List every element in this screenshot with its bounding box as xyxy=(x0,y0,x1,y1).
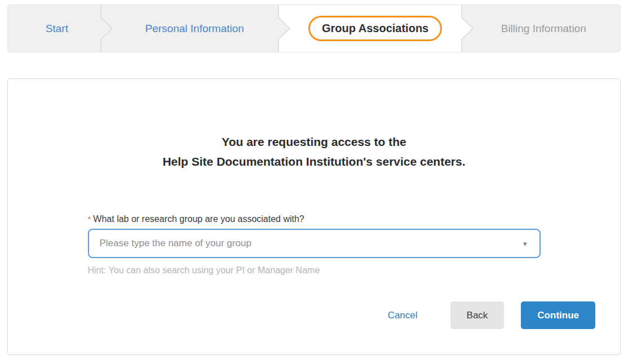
chevron-down-icon: ▾ xyxy=(523,240,527,247)
active-step-highlight: Group Associations xyxy=(308,16,442,41)
step-label: Billing Information xyxy=(501,23,586,35)
continue-button[interactable]: Continue xyxy=(521,301,595,329)
step-label: Personal Information xyxy=(145,23,244,35)
search-hint-text: Hint: You can also search using your PI … xyxy=(88,265,541,276)
page-title-line2: Help Site Documentation Institution's se… xyxy=(8,152,620,171)
group-association-form: *What lab or research group are you asso… xyxy=(88,214,541,276)
required-asterisk: * xyxy=(88,214,91,224)
step-billing-information: Billing Information xyxy=(467,5,620,52)
form-actions: Cancel Back Continue xyxy=(8,301,620,329)
step-personal-information[interactable]: Personal Information xyxy=(106,5,284,52)
group-question-label: *What lab or research group are you asso… xyxy=(88,214,541,224)
step-start[interactable]: Start xyxy=(8,5,106,52)
cancel-link[interactable]: Cancel xyxy=(388,310,418,321)
group-select[interactable]: ▾ xyxy=(88,229,541,258)
wizard-stepper: Start Personal Information Group Associa… xyxy=(7,5,621,52)
question-text: What lab or research group are you assoc… xyxy=(93,214,304,224)
back-button[interactable]: Back xyxy=(450,301,505,329)
page-title-line1: You are requesting access to the xyxy=(8,132,620,152)
step-group-associations[interactable]: Group Associations xyxy=(284,5,467,52)
step-label: Group Associations xyxy=(322,22,428,34)
group-search-input[interactable] xyxy=(88,229,541,258)
step-label: Start xyxy=(46,23,68,35)
form-panel: You are requesting access to the Help Si… xyxy=(7,78,621,355)
page-title: You are requesting access to the Help Si… xyxy=(8,132,620,171)
